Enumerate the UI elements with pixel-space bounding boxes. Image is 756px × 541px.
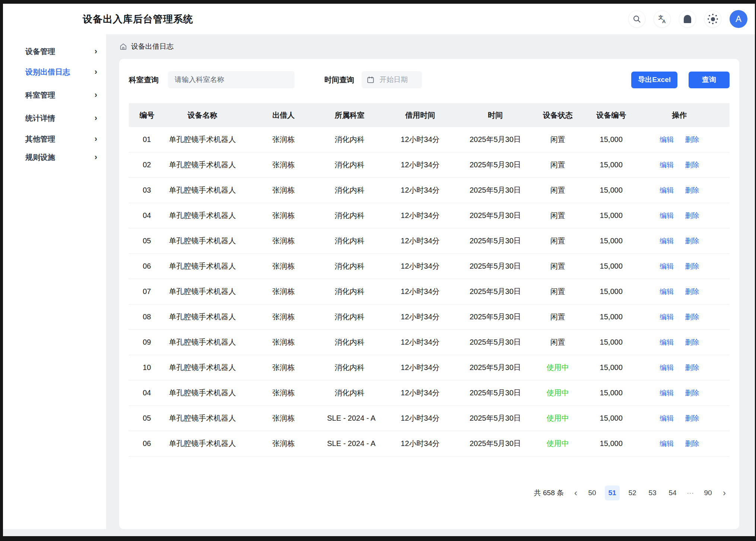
edit-link[interactable]: 编辑 (660, 135, 674, 145)
query-button[interactable]: 查询 (689, 72, 730, 88)
edit-link[interactable]: 编辑 (660, 211, 674, 221)
edit-link[interactable]: 编辑 (660, 338, 674, 347)
delete-link[interactable]: 删除 (685, 287, 699, 297)
edit-link[interactable]: 编辑 (660, 160, 674, 170)
cell-code: 15,000 (593, 313, 629, 321)
search-button[interactable] (628, 10, 645, 28)
breadcrumb-label: 设备出借日志 (131, 42, 174, 51)
cell-name: 单孔腔镜手术机器人 (165, 363, 240, 373)
edit-link[interactable]: 编辑 (660, 414, 674, 423)
cell-dept: 消化内科 (327, 211, 372, 221)
app-window: 设备出入库后台管理系统 文 A (3, 4, 755, 536)
table-column-header: 所属科室 (327, 110, 372, 120)
cell-lender: 张润栋 (240, 236, 327, 246)
cell-status: 使用中 (522, 388, 593, 398)
table-column-header: 设备名称 (165, 110, 240, 120)
search-icon (632, 15, 641, 23)
home-icon[interactable] (119, 42, 127, 51)
delete-link[interactable]: 删除 (685, 414, 699, 423)
page-number-52[interactable]: 52 (625, 485, 640, 500)
page-number-53[interactable]: 53 (645, 485, 660, 500)
page-number-54[interactable]: 54 (665, 485, 680, 500)
sidebar-item-4[interactable]: 其他管理› (3, 130, 106, 148)
sidebar-item-label: 其他管理 (25, 134, 55, 144)
delete-link[interactable]: 删除 (685, 312, 699, 322)
sidebar-item-3[interactable]: 统计详情› (3, 109, 106, 127)
cell-id: 04 (129, 389, 165, 397)
edit-link[interactable]: 编辑 (660, 312, 674, 322)
main-content: 设备出借日志 科室查询 时间查询 (106, 34, 755, 529)
cell-code: 15,000 (593, 338, 629, 347)
cell-name: 单孔腔镜手术机器人 (165, 287, 240, 297)
cell-id: 08 (129, 313, 165, 321)
sidebar-item-5[interactable]: 规则设施› (3, 148, 106, 166)
cell-lender: 张润栋 (240, 337, 327, 347)
chevron-right-icon: › (95, 68, 97, 76)
table-row: 07单孔腔镜手术机器人张润栋消化内科12小时34分2025年5月30日闲置15,… (129, 279, 730, 304)
sidebar-item-0[interactable]: 设备管理› (3, 42, 106, 60)
cell-name: 单孔腔镜手术机器人 (165, 211, 240, 221)
cell-date: 2025年5月30日 (468, 135, 522, 145)
cell-status: 闲置 (522, 312, 593, 322)
edit-link[interactable]: 编辑 (660, 388, 674, 398)
translate-button[interactable]: 文 A (654, 10, 671, 28)
table-column-header: 操作 (629, 110, 730, 120)
notification-button[interactable] (679, 10, 696, 28)
delete-link[interactable]: 删除 (685, 160, 699, 170)
page-number-51[interactable]: 51 (605, 485, 620, 500)
start-date-picker[interactable]: 开始日期 (362, 71, 422, 88)
cell-duration: 12小时34分 (372, 211, 468, 221)
edit-link[interactable]: 编辑 (660, 262, 674, 271)
sidebar-item-1[interactable]: 设别出借日志› (3, 63, 106, 81)
table-row: 06单孔腔镜手术机器人张润栋消化内科12小时34分2025年5月30日闲置15,… (129, 254, 730, 279)
header-actions: 文 A A (628, 10, 747, 28)
delete-link[interactable]: 删除 (685, 439, 699, 449)
next-page-icon[interactable]: › (721, 488, 728, 497)
prev-page-icon[interactable]: ‹ (572, 488, 579, 497)
cell-date: 2025年5月30日 (468, 312, 522, 322)
equipment-table: 编号设备名称出借人所属科室借用时间时间设备状态设备编号操作 01单孔腔镜手术机器… (129, 103, 730, 456)
cell-lender: 张润栋 (240, 413, 327, 423)
page-number-90[interactable]: 90 (701, 485, 715, 500)
delete-link[interactable]: 删除 (685, 338, 699, 347)
cell-date: 2025年5月30日 (468, 363, 522, 373)
dept-search-input[interactable] (168, 71, 295, 88)
cell-duration: 12小时34分 (372, 388, 468, 398)
export-excel-button[interactable]: 导出Excel (631, 72, 677, 88)
cell-code: 15,000 (593, 262, 629, 270)
pagination-ellipsis[interactable]: ··· (685, 489, 695, 497)
cell-name: 单孔腔镜手术机器人 (165, 261, 240, 271)
cell-date: 2025年5月30日 (468, 211, 522, 221)
theme-button[interactable] (704, 10, 721, 28)
edit-link[interactable]: 编辑 (660, 439, 674, 449)
cell-name: 单孔腔镜手术机器人 (165, 160, 240, 170)
user-avatar[interactable]: A (730, 10, 747, 28)
cell-id: 07 (129, 287, 165, 296)
delete-link[interactable]: 删除 (685, 388, 699, 398)
delete-link[interactable]: 删除 (685, 262, 699, 271)
delete-link[interactable]: 删除 (685, 211, 699, 221)
theme-icon (711, 17, 715, 21)
delete-link[interactable]: 删除 (685, 135, 699, 145)
page-number-50[interactable]: 50 (585, 485, 600, 500)
cell-lender: 张润栋 (240, 211, 327, 221)
chevron-right-icon: › (95, 47, 97, 56)
delete-link[interactable]: 删除 (685, 363, 699, 373)
cell-dept: 消化内科 (327, 388, 372, 398)
cell-dept: 消化内科 (327, 135, 372, 145)
sidebar-item-label: 设备管理 (25, 47, 55, 57)
edit-link[interactable]: 编辑 (660, 363, 674, 373)
edit-link[interactable]: 编辑 (660, 236, 674, 246)
sidebar-item-2[interactable]: 科室管理› (3, 86, 106, 104)
cell-status: 闲置 (522, 185, 593, 195)
cell-name: 单孔腔镜手术机器人 (165, 439, 240, 449)
cell-id: 06 (129, 262, 165, 270)
cell-duration: 12小时34分 (372, 135, 468, 145)
delete-link[interactable]: 删除 (685, 236, 699, 246)
sidebar-item-label: 设别出借日志 (25, 67, 70, 77)
delete-link[interactable]: 删除 (685, 186, 699, 195)
edit-link[interactable]: 编辑 (660, 186, 674, 195)
cell-status: 闲置 (522, 261, 593, 271)
cell-dept: 消化内科 (327, 287, 372, 297)
edit-link[interactable]: 编辑 (660, 287, 674, 297)
